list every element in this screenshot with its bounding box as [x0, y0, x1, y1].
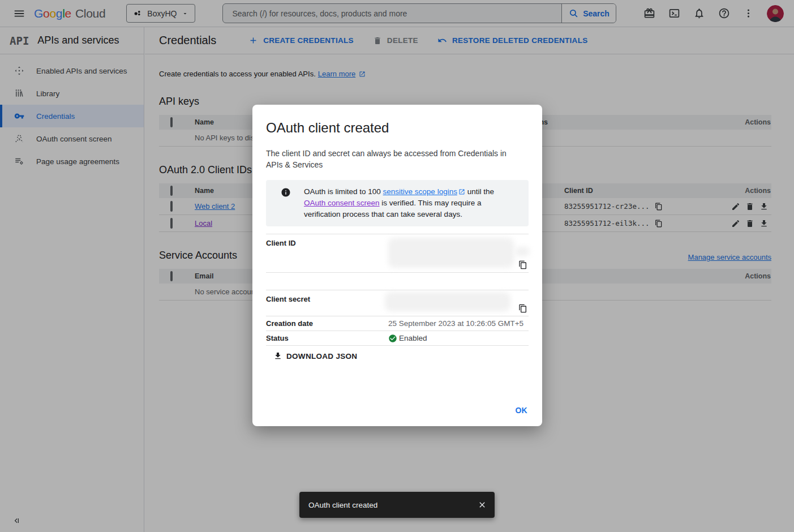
- notice-pre: OAuth is limited to 100: [304, 187, 383, 196]
- toast-message: OAuth client created: [308, 501, 377, 509]
- status-label: Status: [266, 334, 388, 342]
- toast: OAuth client created: [299, 492, 495, 518]
- client-secret-label: Client secret: [266, 290, 388, 316]
- dialog-subtitle: The client ID and secret can always be a…: [266, 148, 516, 170]
- external-link-icon: [458, 188, 465, 195]
- divider: [266, 345, 529, 346]
- info-icon: [281, 187, 291, 198]
- status-text: Enabled: [399, 334, 427, 342]
- status-row: Status Enabled: [266, 331, 529, 345]
- verification-notice: OAuth is limited to 100 sensitive scope …: [266, 180, 529, 226]
- notice-mid: until the: [465, 187, 494, 196]
- download-icon: [273, 351, 282, 361]
- check-circle-icon: [388, 334, 397, 343]
- google-cloud-console: Google Cloud BoxyHQ Search: [0, 0, 794, 532]
- copy-icon[interactable]: [518, 260, 527, 269]
- redacted-client-id-value: [388, 238, 514, 268]
- client-id-label: Client ID: [266, 234, 388, 272]
- redacted-client-id-value: [515, 247, 530, 256]
- sensitive-scope-logins-link[interactable]: sensitive scope logins: [383, 187, 457, 196]
- notice-text: OAuth is limited to 100 sensitive scope …: [304, 186, 517, 220]
- creation-date-label: Creation date: [266, 319, 388, 328]
- creation-date-row: Creation date 25 September 2023 at 10:26…: [266, 316, 529, 331]
- close-icon[interactable]: [478, 500, 487, 509]
- status-value: Enabled: [388, 334, 529, 343]
- client-id-row: Client ID: [266, 234, 529, 272]
- copy-icon[interactable]: [518, 304, 527, 313]
- download-json-button[interactable]: DOWNLOAD JSON: [273, 351, 357, 361]
- creation-date-value: 25 September 2023 at 10:26:05 GMT+5: [388, 319, 529, 328]
- redacted-client-secret-value: [385, 292, 510, 311]
- dialog-title: OAuth client created: [266, 120, 529, 136]
- oauth-consent-screen-link[interactable]: OAuth consent screen: [304, 199, 380, 207]
- row-spacer: [266, 273, 529, 290]
- ok-button[interactable]: OK: [515, 406, 527, 415]
- client-secret-row: Client secret: [266, 290, 529, 316]
- download-json-label: DOWNLOAD JSON: [286, 352, 357, 361]
- oauth-client-created-dialog: OAuth client created The client ID and s…: [252, 105, 542, 426]
